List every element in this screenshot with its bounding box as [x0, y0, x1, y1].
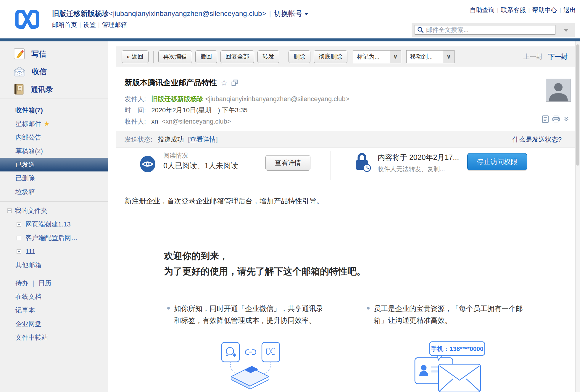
open-in-new-window-icon[interactable]: [231, 79, 238, 86]
forward-button[interactable]: 转发: [257, 50, 279, 63]
divider: [153, 51, 154, 63]
sidebar-item-todo-calendar: 待办 | 日历: [0, 276, 108, 290]
compose-button[interactable]: 写信: [0, 45, 108, 63]
custom-folder-label: 111: [25, 248, 35, 255]
search-input[interactable]: [426, 26, 553, 33]
account-email: <jiubanqianyixinbanyangzhen@silenceyang.…: [109, 9, 266, 17]
folder-label: 星标邮件: [15, 120, 41, 127]
separator: |: [269, 9, 271, 17]
status-value: 投递成功: [158, 136, 184, 143]
chevron-down-icon: [304, 13, 308, 15]
sidebar-item-deleted[interactable]: 已删除: [0, 171, 108, 185]
delivery-status-row: 发送状态: 投递成功 [查看详情] 什么是发送状态?: [116, 131, 575, 148]
tool-label: 在线文档: [15, 292, 41, 301]
nav-mail-home[interactable]: 邮箱首页: [52, 21, 77, 28]
custom-folder-label: 网页端创建1.13: [25, 220, 71, 229]
sidebar-item-custom-folder[interactable]: 网页端创建1.13: [0, 218, 108, 231]
contact-support-link[interactable]: 联系客服: [501, 7, 526, 13]
from-email: <jiubanqianyixinbanyangzhen@silenceyang.…: [205, 95, 349, 103]
sidebar-item-online-docs[interactable]: 在线文档: [0, 290, 108, 304]
back-button[interactable]: « 返回: [122, 50, 149, 63]
exmail-logo-icon: [13, 9, 41, 30]
tool-label: 文件中转站: [15, 333, 48, 342]
sidebar-item-drafts[interactable]: 草稿箱(2): [0, 144, 108, 158]
expire-panel-line2: 收件人无法转发、复制...: [378, 165, 445, 173]
to-row: 收件人: xn <xn@silenceyang.club>: [125, 117, 231, 126]
logout-link[interactable]: 退出: [563, 7, 576, 13]
scrollbar-thumb[interactable]: [576, 44, 579, 166]
switch-account-link[interactable]: 切换帐号: [274, 9, 302, 17]
welcome-heading: 欢迎你的到来， 为了更好的使用，请先了解下这个邮箱的特性吧。: [164, 248, 366, 279]
phone-badge-text: 手机：138****0000: [431, 345, 483, 352]
next-mail-link[interactable]: 下一封: [548, 52, 568, 61]
edit-again-button[interactable]: 再次编辑: [158, 50, 192, 63]
expand-icon[interactable]: [17, 236, 21, 240]
print-icon[interactable]: [552, 116, 560, 123]
delete-completely-button[interactable]: 彻底删除: [314, 50, 347, 63]
other-mailbox-label: 其他邮箱: [15, 261, 41, 270]
mail-pager: 上一封 下一封: [523, 52, 569, 61]
sidebar-item-file-transfer[interactable]: 文件中转站: [0, 331, 108, 344]
sidebar-item-starred[interactable]: 星标邮件★: [0, 117, 108, 131]
mail-header-icons: [542, 115, 570, 123]
view-details-button[interactable]: 查看详情: [265, 155, 310, 171]
reply-all-button[interactable]: 回复全部: [220, 50, 254, 63]
compose-icon: [14, 48, 25, 59]
mail-view: « 返回 再次编辑 撤回 回复全部 转发 删除 彻底删除 标记为... ∨ 移动…: [116, 41, 575, 392]
check-mail-button[interactable]: 收信: [0, 63, 108, 80]
todo-link[interactable]: 待办: [15, 279, 28, 288]
calendar-link[interactable]: 日历: [38, 279, 51, 288]
sidebar-item-inbox[interactable]: 收件箱(7): [0, 103, 108, 117]
status-label: 发送状态:: [125, 136, 152, 143]
plain-text-icon[interactable]: [542, 115, 549, 123]
status-help-link[interactable]: 什么是发送状态?: [513, 135, 562, 144]
expand-icon[interactable]: [17, 222, 21, 227]
top-links: 自助查询|联系客服|帮助中心|退出: [470, 6, 576, 14]
feature-right-line2: 箱」让沟通更精准高效。: [374, 315, 523, 326]
chevron-double-down-icon[interactable]: [563, 116, 570, 122]
sidebar-item-company-drive[interactable]: 企业网盘: [0, 317, 108, 331]
phone-badge: 手机：138****0000: [430, 342, 485, 360]
sidebar-item-custom-folder[interactable]: 客户端配置后网…: [0, 231, 108, 245]
self-service-link[interactable]: 自助查询: [470, 7, 495, 13]
mark-as-dropdown[interactable]: 标记为... ∨: [353, 50, 401, 63]
search-box[interactable]: [412, 23, 575, 37]
sidebar-item-other-mailbox[interactable]: 其他邮箱: [0, 258, 108, 272]
custom-folder-label: 客户端配置后网…: [25, 234, 78, 242]
welcome-line1: 欢迎你的到来，: [164, 248, 366, 264]
star-outline-icon[interactable]: ☆: [220, 78, 228, 88]
from-row: 发件人: 旧版迁移新版杨珍 <jiubanqianyixinbanyangzhe…: [125, 95, 349, 103]
folder-label: 垃圾箱: [15, 188, 35, 195]
help-center-link[interactable]: 帮助中心: [532, 7, 557, 13]
address-book-illustration: [231, 366, 269, 389]
folder-label: 收件箱(7): [15, 106, 43, 114]
sidebar-item-announcements[interactable]: 内部公告: [0, 131, 108, 144]
nav-manage-mail[interactable]: 管理邮箱: [102, 21, 127, 28]
vertical-scrollbar[interactable]: [575, 41, 580, 392]
delete-button[interactable]: 删除: [289, 50, 310, 63]
stop-access-button[interactable]: 停止访问权限: [467, 153, 527, 170]
recall-button[interactable]: 撤回: [195, 50, 217, 63]
feature-left: 如你所知，同时开通「企业微信」，共享通讯录 和标签，有效降低管理成本，提升协同效…: [167, 303, 323, 326]
sidebar-item-sent[interactable]: 已发送: [0, 158, 108, 171]
mail-feature-panels: 阅读情况 0人已阅读、1人未阅读 查看详情 内容将于 2020年2月17... …: [116, 148, 575, 183]
sidebar-item-my-folders[interactable]: 我的文件夹: [0, 204, 108, 218]
expand-icon[interactable]: [17, 249, 21, 254]
bullet-icon: [167, 307, 170, 310]
to-label: 收件人:: [125, 118, 146, 125]
folder-label: 已发送: [15, 161, 35, 168]
contacts-button[interactable]: 通讯录: [0, 80, 108, 98]
status-detail-link[interactable]: [查看详情]: [188, 136, 218, 143]
sidebar-item-spam[interactable]: 垃圾箱: [0, 185, 108, 199]
to-name[interactable]: xn: [151, 118, 158, 125]
from-name[interactable]: 旧版迁移新版杨珍: [151, 95, 203, 103]
read-status-icon: [140, 155, 156, 173]
nav-settings[interactable]: 设置: [83, 21, 96, 28]
expire-panel-line1: 内容将于 2020年2月17...: [378, 153, 459, 162]
sidebar-item-custom-folder[interactable]: 111: [0, 245, 108, 258]
search-dropdown-icon[interactable]: [564, 29, 568, 32]
collapse-icon[interactable]: [7, 208, 12, 213]
read-panel-title: 阅读情况: [163, 151, 188, 160]
sidebar-item-notes[interactable]: 记事本: [0, 304, 108, 317]
move-to-dropdown[interactable]: 移动到... ∨: [406, 50, 455, 63]
